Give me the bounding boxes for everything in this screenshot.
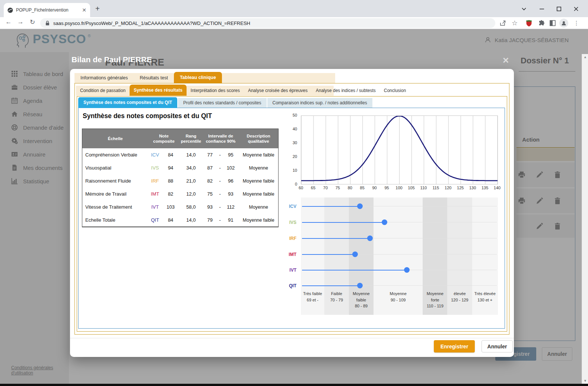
reading-mode-icon[interactable] [548,19,557,28]
extensions-puzzle-icon[interactable] [537,19,546,28]
bell-curve-chart [301,116,498,184]
x-tick-label: 90 [372,186,376,190]
col-header-echelle: Échelle [82,129,148,148]
y-tick-label: 20 [293,154,297,159]
ci-low: 77 [203,152,217,158]
screen: POPUP_FicheIntervention ✕ + ← → ↻ saas.p… [0,0,588,386]
reload-icon[interactable]: ↻ [28,18,37,26]
ci-high: 91 [223,217,239,223]
ci-high: 112 [223,204,239,210]
tab-comparaison-indices[interactable]: Comparaison indices sup. / notes additio… [267,98,372,108]
window-minimize-icon[interactable] [536,4,547,13]
scale-name: Raisonnement Fluide [82,178,148,184]
x-tick-label: 120 [445,186,451,190]
qualitative-description: Moyenne faible [239,178,278,184]
ci-low: 82 [203,178,217,184]
scale-code: IRF [148,178,162,184]
rang-percentile: 12,0 [179,191,203,197]
ci-low: 87 [203,165,217,171]
dot-value-line [302,238,370,239]
tab-interpretation-des-scores[interactable]: Interprétation des scores [187,86,244,96]
favicon-globe-icon [7,7,13,13]
tab-analyse-indices-subtests[interactable]: Analyse des indices / subtests [312,86,380,96]
forward-icon[interactable]: → [16,18,25,26]
dot-marker [352,251,358,257]
table-row: Compréhension Verbale ICV 84 14,0 77 - 9… [82,148,278,161]
tab-close-icon[interactable]: ✕ [82,7,86,13]
bell-curve-svg [301,116,498,184]
score-band-moyenne-faible: Moyenne faible80 - 89 [349,197,374,315]
modal-close-icon[interactable]: × [503,55,509,66]
y-tick-label: 50 [293,113,297,117]
modal-footer-divider [70,338,514,338]
qualitative-description: Moyenne [239,165,278,171]
window-menu-chevron-icon[interactable] [518,4,530,13]
tabs-level1: Informations générales Résultats test Ta… [74,73,335,83]
ci-high: 102 [223,165,239,171]
browser-tab[interactable]: POPUP_FicheIntervention ✕ [4,3,90,17]
y-tick-label: 0 [295,182,297,186]
x-tick-label: 100 [395,186,402,190]
save-button[interactable]: Enregistrer [434,340,475,352]
section-title: Synthèse des notes composites et du QIT [83,112,212,120]
share-icon[interactable] [498,19,507,28]
score-band--lev-e: élevée120 - 129 [447,197,472,315]
tab-tableau-clinique[interactable]: Tableau clinique [174,72,222,83]
col-header-intervalle: Intervalle de confiance 90% [203,129,239,148]
scroll-down-icon[interactable]: ▼ [582,378,588,384]
x-tick-label: 80 [348,186,352,190]
window-maximize-icon[interactable] [553,4,565,13]
cancel-button[interactable]: Annuler [481,340,513,352]
x-tick-label: 110 [420,186,427,190]
profile-avatar-icon[interactable] [559,19,568,28]
tab-resultats-test[interactable]: Résultats test [134,73,174,83]
scale-name: Visuospatial [82,165,148,171]
kebab-menu-icon[interactable]: ⋮ [572,19,581,28]
url-bar[interactable]: saas.psysco.fr/PsyscoWeb/_P_MODAL_1/aCAA… [40,18,495,28]
x-tick-label: 125 [457,186,464,190]
scale-code: IVS [148,165,162,171]
score-bands: Très faible69 et -Faible70 - 79Moyenne f… [301,197,498,315]
scale-code: IMT [148,191,162,197]
tab-informations-generales[interactable]: Informations générales [74,73,134,83]
bell-gridlines [301,116,498,184]
dot-row-label: ICV [279,204,296,209]
tab-profil-notes-standards[interactable]: Profil des notes standards / composites [178,98,266,108]
dot-value-line [302,222,385,223]
ci-high: 93 [223,191,239,197]
dot-row-label: IVS [279,220,296,225]
tab-synthese-des-resultats[interactable]: Synthèse des résultats [130,85,187,96]
note-composite: 84 [162,152,179,158]
tab-title: POPUP_FicheIntervention [16,7,79,13]
tab-condition-de-passation[interactable]: Condition de passation [76,86,130,96]
band-label: Moyenne forte110 - 119 [423,291,447,309]
scale-name: Vitesse de Traitement [82,204,148,210]
col-header-note-composite: Note composite [148,129,179,148]
x-tick-label: 135 [481,186,488,190]
ci-high: 95 [223,152,239,158]
tab-conclusion[interactable]: Conclusion [380,86,410,96]
tab-analyse-croisee[interactable]: Analyse croisée des épreuves [244,86,312,96]
new-tab-button[interactable]: + [95,4,100,13]
scale-code: QIT [148,217,162,223]
x-tick-label: 60 [299,186,303,190]
rang-percentile: 58,0 [179,204,203,210]
x-tick-label: 105 [408,186,414,190]
composite-profile-dotplot: Très faible69 et -Faible70 - 79Moyenne f… [301,197,498,315]
score-band-tr-s-faible: Très faible69 et - [301,197,324,315]
bookmark-star-icon[interactable]: ☆ [510,19,519,28]
scroll-up-icon[interactable]: ▲ [582,54,588,60]
table-row: Vitesse de Traitement IVT 103 58,0 93 - … [82,200,278,213]
window-close-icon[interactable] [570,4,582,13]
tab-synthese-notes-composites[interactable]: Synthèse des notes composites et du QIT [78,97,177,108]
page-scrollbar[interactable]: ▲ ▼ [582,54,588,384]
x-tick-label: 115 [433,186,439,190]
dot-value-line [302,285,360,286]
dot-value-line [302,206,360,207]
table-row: Raisonnement Fluide IRF 88 21,0 82 - 96 … [82,174,278,187]
col-header-description: Description qualitative [239,129,278,148]
ci-high: 96 [223,178,239,184]
back-icon[interactable]: ← [4,18,13,26]
ci-separator: - [217,217,223,223]
adblock-shield-icon[interactable] [524,19,533,28]
